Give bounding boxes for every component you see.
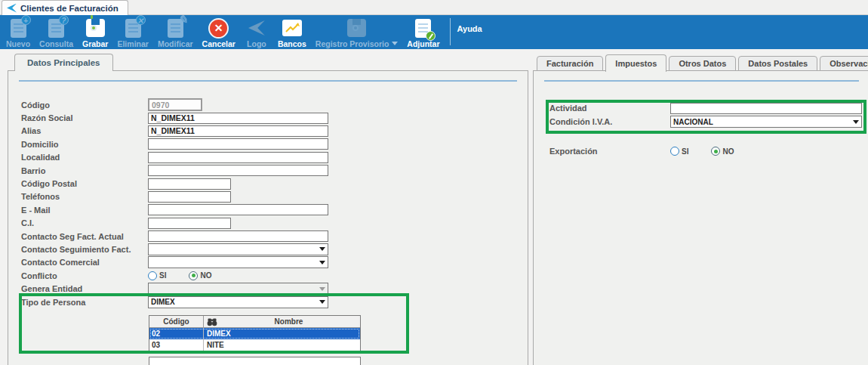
- alias-label: Alias: [21, 126, 148, 135]
- eliminar-button[interactable]: ✕ Eliminar: [112, 17, 152, 48]
- telefonos-label: Teléfonos: [21, 192, 148, 201]
- panel-accent-rule: [19, 80, 517, 82]
- exportacion-radio-group: SI NO: [670, 147, 750, 156]
- impuestos-form: Actividad Condición I.V.A. NACIONAL Expo…: [549, 101, 862, 158]
- telefonos-input[interactable]: [148, 191, 231, 203]
- radio-circle-icon: [189, 271, 198, 280]
- form-row-domicilio: Domicilio: [21, 138, 509, 150]
- razon-social-label: Razón Social: [21, 113, 148, 122]
- contacto-seguimiento-fact-label: Contacto Seguimiento Fact.: [21, 245, 148, 254]
- tab-observaciones[interactable]: Observaciones: [820, 56, 868, 71]
- binoculars-icon: [207, 317, 217, 326]
- ayuda-button[interactable]: Ayuda: [457, 17, 482, 33]
- exportacion-no-radio[interactable]: NO: [711, 147, 734, 156]
- genera-entidad-select[interactable]: [148, 283, 328, 295]
- tipo-de-persona-label: Tipo de Persona: [21, 298, 148, 307]
- form-row-codigo-postal: Código Postal: [21, 177, 509, 190]
- form-row-condicion-iva: Condición I.V.A. NACIONAL: [549, 115, 862, 128]
- form-row-barrio: Barrio: [21, 164, 509, 177]
- tab-datos-principales[interactable]: Datos Principales: [14, 54, 113, 71]
- tipo-de-persona-lookup-grid: Código Nombre 02 DIMEX 03 NITE: [149, 315, 361, 351]
- lookup-grid-empty-area: [149, 357, 361, 365]
- condicion-iva-label: Condición I.V.A.: [549, 117, 670, 126]
- form-row-tipo-de-persona: Tipo de Persona DIMEX: [21, 295, 509, 308]
- tab-impuestos[interactable]: Impuestos: [605, 54, 666, 72]
- localidad-input[interactable]: [148, 152, 328, 163]
- codigo-postal-input[interactable]: [148, 178, 231, 190]
- alias-input[interactable]: [148, 125, 328, 137]
- chevron-down-icon: [850, 116, 861, 127]
- contacto-seg-fact-actual-input[interactable]: [148, 230, 328, 242]
- logo-button[interactable]: Logo: [240, 17, 273, 48]
- chevron-down-icon: [316, 283, 328, 294]
- email-input[interactable]: [148, 204, 328, 215]
- grabar-button[interactable]: Grabar: [78, 17, 112, 48]
- domicilio-input[interactable]: [148, 138, 328, 150]
- email-label: E - Mail: [21, 206, 148, 215]
- codigo-label: Código: [21, 101, 148, 110]
- delete-document-icon: ✕: [125, 17, 141, 39]
- barrio-input[interactable]: [148, 165, 328, 176]
- consulta-button[interactable]: ? Consulta: [35, 17, 78, 48]
- bancos-button[interactable]: Bancos: [273, 17, 311, 48]
- form-row-razon-social: Razón Social: [21, 111, 509, 124]
- domicilio-label: Domicilio: [21, 140, 148, 149]
- toolbar-separator: [450, 18, 451, 45]
- panel-accent-rule: [544, 80, 859, 82]
- registro-provisorio-button[interactable]: Registro Provisorio: [311, 17, 402, 48]
- codigo-column-header: Código: [149, 316, 204, 327]
- tab-datos-postales[interactable]: Datos Postales: [738, 56, 817, 71]
- radio-circle-icon: [148, 271, 157, 280]
- nombre-column-header: Nombre: [217, 317, 360, 326]
- adjuntar-button[interactable]: Adjuntar: [402, 17, 444, 48]
- conflicto-si-radio[interactable]: SI: [148, 271, 166, 280]
- edit-document-icon: ✎: [168, 17, 183, 39]
- radio-circle-icon: [711, 147, 720, 156]
- conflicto-no-radio[interactable]: NO: [189, 271, 211, 280]
- new-document-icon: +: [11, 17, 26, 39]
- form-row-contacto-seg-fact-actual: Contacto Seg Fact. Actual: [21, 230, 509, 243]
- ci-input[interactable]: [148, 218, 231, 229]
- attach-icon: [415, 17, 431, 39]
- exportacion-si-radio[interactable]: SI: [670, 147, 688, 156]
- datos-principales-form: Código Razón Social Alias Domicilio Loca…: [21, 98, 509, 308]
- window-title-tab[interactable]: Clientes de Facturación: [2, 0, 128, 15]
- conflicto-label: Conflicto: [21, 271, 148, 280]
- lookup-row-nite[interactable]: 03 NITE: [149, 339, 360, 351]
- tab-otros-datos[interactable]: Otros Datos: [669, 56, 736, 71]
- form-row-localidad: Localidad: [21, 151, 509, 164]
- form-row-exportacion: Exportación SI NO: [549, 144, 862, 158]
- localidad-label: Localidad: [21, 153, 148, 162]
- contacto-comercial-label: Contacto Comercial: [21, 258, 148, 267]
- lookup-row-dimex[interactable]: 02 DIMEX: [149, 328, 360, 339]
- save-icon: [86, 17, 105, 39]
- actividad-input[interactable]: [670, 103, 862, 114]
- condicion-iva-select[interactable]: NACIONAL: [670, 116, 862, 128]
- genera-entidad-label: Genera Entidad: [21, 284, 148, 293]
- contacto-seguimiento-fact-select[interactable]: [148, 243, 328, 255]
- codigo-input[interactable]: [148, 98, 202, 111]
- form-row-codigo: Código: [21, 98, 509, 111]
- app-logo-icon: [7, 4, 17, 13]
- tipo-de-persona-select[interactable]: DIMEX: [148, 296, 328, 308]
- form-row-actividad: Actividad: [549, 101, 862, 115]
- form-row-contacto-seguimiento-fact: Contacto Seguimiento Fact.: [21, 243, 509, 255]
- tab-facturacion[interactable]: Facturación: [537, 56, 603, 71]
- form-row-telefonos: Teléfonos: [21, 190, 509, 203]
- chevron-down-icon: [316, 244, 328, 255]
- cancelar-button[interactable]: ✕ Cancelar: [198, 17, 240, 48]
- radio-circle-icon: [670, 147, 679, 156]
- logo-shape-icon: [247, 17, 266, 39]
- modificar-button[interactable]: ✎ Modificar: [153, 17, 198, 48]
- codigo-postal-label: Código Postal: [21, 179, 148, 188]
- nuevo-button[interactable]: + Nuevo: [2, 17, 35, 48]
- lookup-grid-header: Código Nombre: [149, 316, 360, 328]
- contacto-comercial-select[interactable]: [148, 256, 328, 268]
- form-row-ci: C.I.: [21, 217, 509, 230]
- actividad-label: Actividad: [549, 104, 670, 113]
- app-window: Clientes de Facturación + Nuevo ? Consul…: [0, 0, 868, 365]
- exportacion-label: Exportación: [549, 147, 670, 156]
- razon-social-input[interactable]: [148, 113, 328, 124]
- barrio-label: Barrio: [21, 166, 148, 175]
- chevron-down-icon: [316, 297, 328, 308]
